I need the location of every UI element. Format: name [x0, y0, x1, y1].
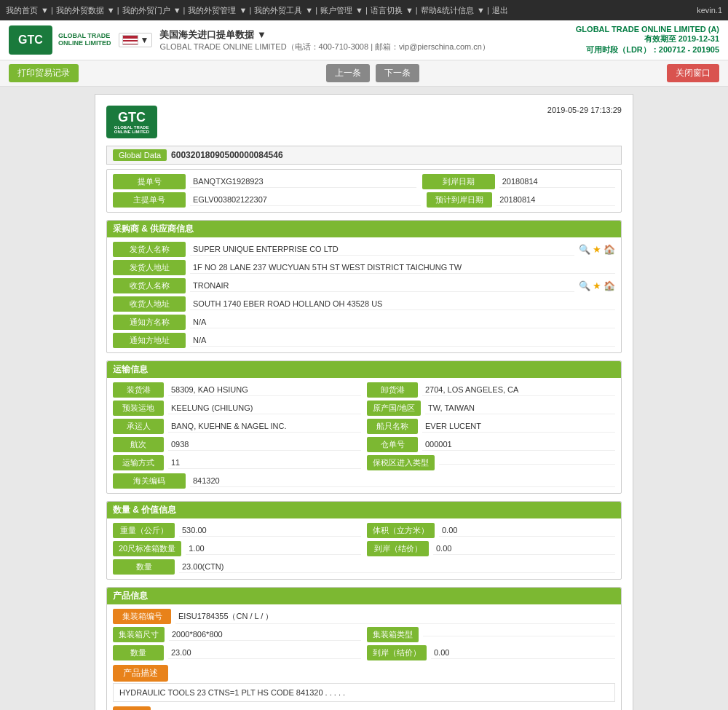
product-price-label: 到岸（结价）: [367, 645, 427, 660]
consignee-icons: 🔍 ★ 🏠: [579, 280, 615, 291]
header-left: GTC GLOBAL TRADEONLINE LIMITED ▼ 美国海关进口提…: [9, 25, 490, 55]
preload-field: 预装运地 KEELUNG (CHILUNG): [113, 401, 361, 416]
page-title: 美国海关进口提单数据 ▼: [159, 28, 490, 42]
nav-home[interactable]: 我的首页: [6, 5, 38, 16]
consignee-name-value: TRONAIR: [190, 280, 574, 292]
nav-export-tools[interactable]: 我的外贸工具: [254, 5, 302, 16]
consignee-name-row: 收货人名称 TRONAIR 🔍 ★ 🏠: [113, 278, 615, 293]
consignee-search-icon[interactable]: 🔍: [579, 280, 590, 291]
weight-field: 重量（公斤） 530.00: [113, 523, 361, 538]
flag-selector[interactable]: ▼: [119, 33, 153, 47]
nav-logout[interactable]: 退出: [492, 5, 508, 16]
consignee-home-icon[interactable]: 🏠: [604, 280, 615, 291]
basic-info-body: 提单号 BANQTXG1928923 到岸日期 20180814 主提单号 EG…: [107, 170, 621, 212]
flag-dropdown-icon: ▼: [141, 35, 149, 45]
logistics-section-body: 装货港 58309, KAO HSIUNG 卸货港 2704, LOS ANGE…: [107, 378, 621, 493]
bill-number-value: BANQTXG1928923: [190, 175, 416, 188]
arrival-price-field: 到岸（结价） 0.00: [367, 541, 615, 556]
port-row: 装货港 58309, KAO HSIUNG 卸货港 2704, LOS ANGE…: [113, 382, 615, 398]
customs-code-value: 841320: [190, 475, 615, 487]
loading-port-field: 装货港 58309, KAO HSIUNG: [113, 382, 361, 398]
page-subtitle: GLOBAL TRADE ONLINE LIMITED（电话：400-710-3…: [159, 42, 490, 52]
vessel-field: 船只名称 EVER LUCENT: [367, 419, 615, 434]
valid-until: 有效期至 2019-12-31: [576, 33, 719, 44]
search-icon[interactable]: 🔍: [579, 244, 590, 255]
est-arrival-value: 20180814: [496, 194, 615, 206]
product-section-body: 集装箱编号 EISU1784355（CN / L / ） 集装箱尺寸 2000*…: [107, 604, 621, 710]
container20-row: 20尺标准箱数量 1.00 到岸（结价） 0.00: [113, 541, 615, 556]
shipper-name-value: SUPER UNIQUE ENTERPRISE CO LTD: [190, 243, 574, 256]
customs-code-label: 海关编码: [113, 473, 186, 489]
loading-port-value: 58309, KAO HSIUNG: [168, 384, 361, 396]
container-num-row: 集装箱编号 EISU1784355（CN / L / ）: [113, 609, 615, 624]
logistics-section-header: 运输信息: [107, 361, 621, 378]
bill-lading-label: 仓单号: [367, 437, 418, 452]
shipper-section-body: 发货人名称 SUPER UNIQUE ENTERPRISE CO LTD 🔍 ★…: [107, 237, 621, 352]
nav-trade-data[interactable]: 我的外贸数据: [56, 5, 104, 16]
container20-value: 1.00: [186, 543, 361, 555]
notify-name-row: 通知方名称 N/A: [113, 315, 615, 330]
shipper-icons: 🔍 ★ 🏠: [579, 244, 615, 255]
flight-row: 航次 0938 仓单号 000001: [113, 437, 615, 452]
quantity-section-body: 重量（公斤） 530.00 体积（立方米） 0.00 20尺标准箱数量 1.00…: [107, 518, 621, 579]
arrival-price-value: 0.00: [433, 543, 615, 555]
product-desc-section: 产品描述 HYDRAULIC TOOLS 23 CTNS=1 PLT HS CO…: [113, 663, 615, 702]
doc-datetime: 2019-05-29 17:13:29: [547, 106, 622, 114]
origin-country-label: 原产国/地区: [367, 401, 421, 416]
container-size-label: 集装箱尺寸: [113, 627, 165, 642]
product-qty-value: 23.00: [168, 647, 361, 659]
vessel-value: EVER LUCENT: [422, 420, 615, 433]
carrier-field: 承运人 BANQ, KUEHNE & NAGEL INC.: [113, 419, 361, 434]
product-qty-label: 数量: [113, 645, 164, 660]
container-type-label: 集装箱类型: [367, 627, 419, 642]
prev-button[interactable]: 上一条: [326, 64, 370, 82]
us-flag-icon: [122, 35, 138, 45]
carrier-label: 承运人: [113, 419, 164, 434]
nav-export-portal[interactable]: 我的外贸门户: [122, 5, 170, 16]
top-navigation: 我的首页 ▼ | 我的外贸数据 ▼ | 我的外贸门户 ▼ | 我的外贸管理 ▼ …: [0, 0, 728, 20]
master-bill-row: 主提单号 EGLV003802122307 预计到岸日期 20180814: [113, 192, 615, 208]
star-icon[interactable]: ★: [593, 244, 601, 255]
container20-field: 20尺标准箱数量 1.00: [113, 541, 361, 556]
nav-help[interactable]: 帮助&统计信息: [421, 5, 474, 16]
nav-language[interactable]: 语言切换: [371, 5, 403, 16]
logistics-section: 运输信息 装货港 58309, KAO HSIUNG 卸货港 2704, LOS…: [106, 360, 622, 494]
shipper-section: 采购商 & 供应商信息 发货人名称 SUPER UNIQUE ENTERPRIS…: [106, 220, 622, 353]
nav-account-mgmt[interactable]: 账户管理: [320, 5, 352, 16]
product-desc-button[interactable]: 产品描述: [113, 665, 168, 682]
container-size-type-row: 集装箱尺寸 2000*806*800 集装箱类型: [113, 627, 615, 642]
customs-code-row: 海关编码 841320: [113, 473, 615, 489]
product-price-value: 0.00: [431, 647, 615, 659]
carrier-row: 承运人 BANQ, KUEHNE & NAGEL INC. 船只名称 EVER …: [113, 419, 615, 434]
container-type-field: 集装箱类型: [367, 627, 615, 642]
nav-export-mgmt[interactable]: 我的外贸管理: [188, 5, 236, 16]
transport-row: 运输方式 11 保税区进入类型: [113, 455, 615, 470]
product-section: 产品信息 集装箱编号 EISU1784355（CN / L / ） 集装箱尺寸 …: [106, 587, 622, 710]
master-bill-value: EGLV003802122307: [190, 194, 421, 206]
notify-addr-value: N/A: [190, 334, 615, 347]
quantity-section: 数量 & 价值信息 重量（公斤） 530.00 体积（立方米） 0.00 20尺…: [106, 501, 622, 580]
print-button[interactable]: 打印贸易记录: [9, 64, 79, 82]
bonded-field: 保税区进入类型: [367, 455, 615, 470]
global-data-bar: Global Data 60032018090500000084546: [106, 146, 622, 165]
container-size-value: 2000*806*800: [169, 628, 361, 641]
quantity-section-header: 数量 & 价值信息: [107, 502, 621, 518]
bonded-label: 保税区进入类型: [367, 455, 435, 470]
brand-name: GLOBAL TRADE ONLINE LIMITED (A): [576, 25, 719, 33]
consignee-star-icon[interactable]: ★: [593, 280, 601, 291]
consignee-addr-row: 收货人地址 SOUTH 1740 EBER ROAD HOLLAND OH 43…: [113, 296, 615, 312]
shipper-addr-value: 1F NO 28 LANE 237 WUCYUAN 5TH ST WEST DI…: [190, 261, 615, 274]
flight-field: 航次 0938: [113, 437, 361, 452]
weight-volume-row: 重量（公斤） 530.00 体积（立方米） 0.00: [113, 523, 615, 538]
arrival-price-label: 到岸（结价）: [367, 541, 429, 556]
quantity-value: 23.00(CTN): [179, 561, 615, 573]
consignee-name-label: 收货人名称: [113, 278, 186, 293]
notify-name-value: N/A: [190, 316, 615, 328]
product-section-header: 产品信息: [107, 588, 621, 604]
product-price-field: 到岸（结价） 0.00: [367, 645, 615, 660]
marks-button[interactable]: 唛头: [113, 706, 151, 710]
main-content: GTC GLOBAL TRADEONLINE LIMITED 2019-05-2…: [0, 87, 728, 710]
home-icon[interactable]: 🏠: [604, 244, 615, 255]
next-button[interactable]: 下一条: [376, 64, 419, 82]
close-button[interactable]: 关闭窗口: [667, 64, 719, 82]
